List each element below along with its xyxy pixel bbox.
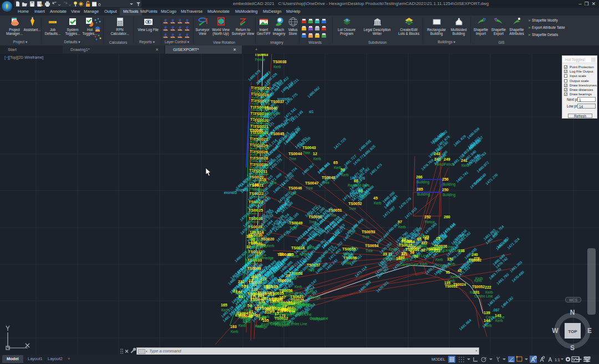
svg-text:TS0052: TS0052: [472, 285, 485, 289]
svg-text:Kerb: Kerb: [475, 276, 483, 280]
svg-text:Tree: Tree: [306, 186, 313, 190]
svg-text:222: 222: [485, 285, 491, 289]
svg-text:Kerb: Kerb: [300, 252, 307, 256]
svg-text:Kerb: Kerb: [260, 244, 267, 248]
svg-text:Hedge: Hedge: [310, 295, 321, 300]
svg-text:Kerb: Kerb: [255, 324, 263, 328]
svg-text:Footpath: Footpath: [297, 303, 311, 307]
svg-text:Kerb: Kerb: [430, 245, 438, 249]
svg-text:54: 54: [247, 304, 252, 307]
svg-text:Kerb: Kerb: [485, 290, 493, 294]
svg-text:TOP: TOP: [568, 329, 577, 334]
svg-text:Kerb: Kerb: [231, 330, 238, 334]
svg-text:Kerb: Kerb: [420, 262, 428, 266]
svg-text:Kerb: Kerb: [273, 65, 281, 69]
svg-text:0: 0: [98, 2, 101, 7]
svg-text:1481.793: 1481.793: [496, 272, 510, 285]
svg-text:1470.544: 1470.544: [469, 176, 483, 189]
svg-text:1:1: 1:1: [555, 358, 560, 362]
svg-text:W: W: [552, 327, 559, 335]
svg-text:1481.864: 1481.864: [458, 318, 472, 331]
svg-text:1481.741: 1481.741: [455, 170, 469, 183]
svg-text:TS0063: TS0063: [255, 54, 268, 57]
svg-text:TS0046: TS0046: [288, 186, 302, 190]
svg-text:1480.662: 1480.662: [307, 85, 321, 99]
svg-text:Tree: Tree: [349, 207, 357, 211]
svg-text:Hedge: Hedge: [263, 256, 274, 260]
svg-text:249: 249: [444, 157, 450, 161]
svg-text:N: N: [570, 309, 575, 316]
svg-text:TS0054: TS0054: [365, 244, 379, 248]
svg-text:12: 12: [313, 152, 317, 156]
svg-text:Kerb: Kerb: [267, 244, 275, 248]
svg-text:315: 315: [260, 178, 266, 182]
svg-text:Kerb: Kerb: [273, 303, 281, 306]
svg-text:TS0035: TS0035: [270, 291, 284, 295]
svg-text:Kerb: Kerb: [238, 324, 246, 327]
svg-text:17: 17: [402, 252, 406, 255]
svg-text:1480.993: 1480.993: [358, 280, 372, 293]
svg-text:1481.473: 1481.473: [369, 162, 383, 176]
svg-text:Centre Line: Centre Line: [309, 316, 328, 320]
svg-text:1480.367: 1480.367: [301, 162, 315, 176]
svg-text:Centre Line: Centre Line: [443, 248, 462, 252]
svg-text:252: 252: [424, 215, 431, 219]
svg-text:250: 250: [442, 188, 449, 192]
svg-text:266: 266: [416, 175, 423, 179]
svg-text:TS0044: TS0044: [288, 152, 302, 156]
svg-text:1471.915: 1471.915: [404, 206, 418, 219]
svg-text:TS0015: TS0015: [399, 243, 413, 247]
svg-text:45: 45: [373, 196, 378, 200]
svg-text:Tree: Tree: [289, 191, 297, 195]
svg-text:Hedge: Hedge: [253, 188, 264, 192]
svg-text:Kerb: Kerb: [448, 279, 455, 283]
svg-text:58: 58: [408, 239, 412, 243]
svg-text:Centre Line: Centre Line: [290, 311, 309, 315]
svg-text:Kerb: Kerb: [243, 317, 251, 321]
svg-text:Centre Line: Centre Line: [262, 111, 281, 115]
svg-text:Kerb: Kerb: [398, 225, 406, 229]
svg-text:Centre Line: Centre Line: [400, 263, 419, 266]
svg-text:91: 91: [446, 270, 450, 274]
svg-text:TS0053: TS0053: [362, 230, 375, 234]
svg-text:Kerb: Kerb: [495, 319, 503, 322]
svg-text:Kerb: Kerb: [244, 308, 252, 312]
svg-text:225: 225: [287, 253, 294, 257]
svg-text:TS0047: TS0047: [305, 181, 319, 185]
svg-text:Kerb: Kerb: [307, 290, 314, 294]
svg-text:17: 17: [275, 312, 279, 316]
svg-text:E: E: [587, 327, 592, 335]
svg-text:1478.769: 1478.769: [420, 158, 434, 171]
svg-text:1470.279: 1470.279: [398, 196, 412, 209]
svg-text:84: 84: [424, 237, 429, 240]
svg-text:Kerb: Kerb: [435, 258, 443, 262]
svg-text:1480.972: 1480.972: [476, 160, 490, 173]
svg-text:Kerb: Kerb: [254, 238, 262, 242]
svg-text:1470.418: 1470.418: [276, 229, 290, 243]
svg-text:Kerb: Kerb: [389, 247, 397, 251]
svg-text:Centre Line: Centre Line: [409, 254, 428, 258]
svg-text:Kerb: Kerb: [291, 307, 298, 311]
svg-text:exonst5: exonst5: [224, 191, 237, 194]
svg-text:Tree: Tree: [303, 151, 311, 155]
svg-text:165: 165: [221, 303, 227, 307]
svg-text:Kerb: Kerb: [450, 275, 458, 279]
svg-text:281: 281: [262, 296, 268, 300]
svg-text:Centre Line: Centre Line: [474, 294, 493, 298]
svg-text:TS0043: TS0043: [302, 146, 316, 150]
svg-text:182: 182: [396, 257, 403, 260]
svg-text:Building: Building: [443, 193, 456, 197]
svg-text:85: 85: [417, 237, 422, 241]
svg-text:45: 45: [458, 269, 462, 273]
svg-text:84: 84: [238, 295, 243, 299]
svg-text:Building: Building: [443, 182, 456, 187]
svg-text:92: 92: [255, 306, 259, 310]
svg-text:278: 278: [474, 257, 480, 260]
svg-text:st1: st1: [309, 110, 314, 114]
svg-text:Kerb: Kerb: [257, 315, 265, 319]
svg-text:Kerb: Kerb: [470, 290, 478, 294]
svg-text:HH: HH: [407, 21, 411, 24]
svg-text:Building: Building: [417, 192, 430, 197]
svg-text:Centre Line: Centre Line: [288, 322, 307, 326]
svg-text:260: 260: [444, 215, 450, 219]
